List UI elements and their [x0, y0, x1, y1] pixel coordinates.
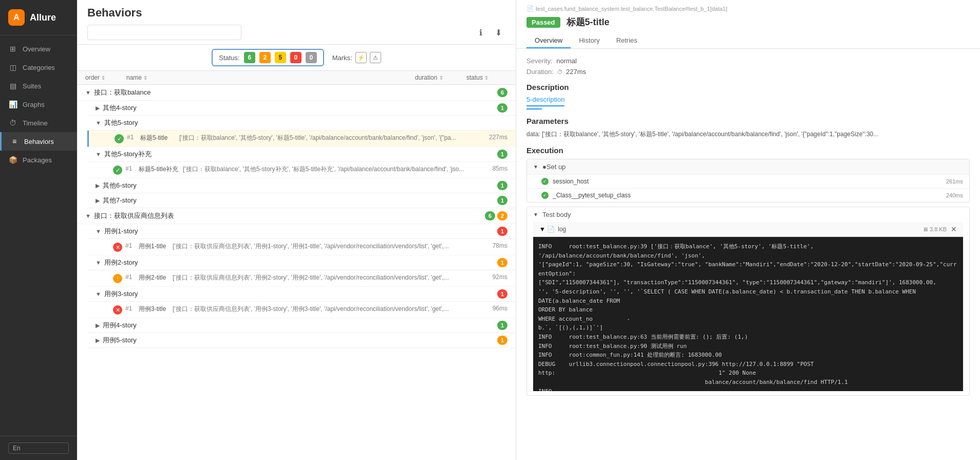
breadcrumb-text: test_cases.fund_balance_system.test_bala…: [536, 6, 727, 12]
order-sort-icon: ⇕: [101, 75, 105, 81]
test-body-toggle-icon: ▼: [533, 212, 538, 217]
test-row-t5[interactable]: ✕ #1 用例3-title ['接口：获取供应商信息列表', '用例3-sto…: [87, 302, 516, 318]
subgroup-case5-header[interactable]: ▶ 用例5-story 1: [87, 333, 516, 348]
broken-badge[interactable]: 2: [259, 52, 271, 63]
sidebar-item-label: Behaviors: [24, 138, 54, 145]
parameters-section-title: Parameters: [526, 117, 970, 125]
muted-mark-icon[interactable]: ⚠: [370, 52, 381, 63]
subgroup-case4-header[interactable]: ▶ 用例4-story 1: [87, 318, 516, 333]
test-duration: 96ms: [477, 305, 507, 312]
group-vendor[interactable]: ▼ 接口：获取供应商信息列表 6 2: [77, 208, 516, 224]
setup-group: ▼ ● Set up session_host 261ms _Class__py…: [526, 159, 970, 203]
sidebar-item-suites[interactable]: ▤ Suites: [0, 77, 77, 95]
status-label: Status:: [219, 54, 239, 62]
graphs-icon: 📊: [8, 100, 17, 108]
sidebar-item-packages[interactable]: 📦 Packages: [0, 151, 77, 169]
subgroup-case2-toggle: ▼: [96, 260, 101, 266]
subgroup-other7-count: 1: [497, 196, 507, 205]
sidebar-item-label: Graphs: [23, 101, 45, 108]
order-header[interactable]: order ⇕: [85, 74, 126, 81]
subgroup-other4-header[interactable]: ▶ 其他4-story 1: [87, 101, 516, 116]
test-desc: ['接口：获取balance', '其他5-story补充', '标题5-tit…: [183, 165, 477, 174]
execution-section-title: Execution: [526, 146, 970, 155]
exec-session-host-time: 261ms: [946, 178, 963, 185]
subgroup-other4-count: 1: [497, 103, 507, 113]
subgroup-other7-header[interactable]: ▶ 其他7-story 1: [87, 193, 516, 208]
flaky-mark-icon[interactable]: ⚡: [355, 52, 367, 63]
subgroup-case3-name: 用例3-story: [104, 289, 497, 299]
subgroup-case5-count: 1: [497, 336, 507, 345]
duration-sort-icon: ⇕: [439, 75, 443, 81]
passed-badge[interactable]: 6: [244, 52, 255, 63]
description-value: 5-description: [526, 96, 564, 106]
sidebar-item-label: Suites: [23, 82, 41, 90]
sidebar-item-label: Overview: [23, 45, 50, 53]
subgroup-case4-count: 1: [497, 321, 507, 330]
subgroup-case1-header[interactable]: ▼ 用例1-story 1: [87, 224, 516, 239]
test-row-t2[interactable]: ✓ #1 标题5-title补充 ['接口：获取balance', '其他5-s…: [87, 162, 516, 178]
info-icon[interactable]: ℹ: [474, 25, 488, 40]
sidebar-logo-text: Allure: [30, 12, 56, 23]
subgroup-case3-header[interactable]: ▼ 用例3-story 1: [87, 287, 516, 302]
test-body-label: Test body: [542, 211, 571, 218]
status-filter-box[interactable]: Status: 6 2 5 0 0: [212, 49, 324, 66]
sidebar-item-overview[interactable]: ⊞ Overview: [0, 40, 77, 58]
behavior-list: ▼ 接口：获取balance 6 ▶ 其他4-story 1 ▼: [77, 85, 516, 460]
exec-row-setup-class: _Class__pytest_setup_class 240ms: [527, 188, 969, 202]
flaky-badge[interactable]: 5: [275, 52, 286, 63]
sidebar-item-graphs[interactable]: 📊 Graphs: [0, 95, 77, 114]
right-header: 📄 test_cases.fund_balance_system.test_ba…: [516, 0, 980, 49]
passed-status-badge: Passed: [526, 17, 560, 28]
test-status-passed-icon: ✓: [113, 165, 122, 175]
timeline-icon: ⏱: [8, 119, 17, 127]
lang-selector[interactable]: En: [8, 443, 69, 454]
categories-icon: ◫: [8, 63, 17, 71]
sidebar-item-timeline[interactable]: ⏱ Timeline: [0, 114, 77, 132]
tab-history[interactable]: History: [571, 33, 608, 48]
group-vendor-count2: 2: [497, 211, 507, 220]
log-close-icon[interactable]: ✕: [951, 225, 957, 233]
subgroup-other6-header[interactable]: ▶ 其他6-story 1: [87, 178, 516, 193]
search-input[interactable]: [87, 25, 241, 40]
subgroup-other7-name: 其他7-story: [103, 196, 497, 205]
tab-retries[interactable]: Retries: [608, 33, 646, 48]
setup-group-header[interactable]: ▼ ● Set up: [527, 159, 969, 174]
tab-overview[interactable]: Overview: [526, 33, 571, 48]
test-body-header[interactable]: ▼ Test body: [527, 207, 969, 222]
right-title-row: Passed 标题5-title: [526, 16, 970, 28]
unknown-badge[interactable]: 0: [306, 52, 317, 63]
subgroup-case2-header[interactable]: ▼ 用例2-story 1: [87, 255, 516, 270]
status-header[interactable]: status ⇕: [466, 74, 507, 81]
test-row-t1[interactable]: ✓ #1 标题5-title ['接口：获取balance', '其他5-sto…: [87, 131, 516, 147]
name-header[interactable]: name ⇕: [126, 74, 415, 81]
test-duration: 78ms: [477, 242, 507, 249]
content-split: Behaviors ℹ ⬇ Status: 6 2 5 0: [77, 0, 980, 460]
test-row-t4[interactable]: ! #1 用例2-title ['接口：获取供应商信息列表', '用例2-sto…: [87, 270, 516, 287]
test-row-t3[interactable]: ✕ #1 用例1-title ['接口：获取供应商信息列表', '用例1-sto…: [87, 239, 516, 255]
exec-passed-icon: [541, 178, 549, 185]
subgroup-case5-toggle: ▶: [96, 337, 100, 344]
subgroup-other7-toggle: ▶: [96, 197, 100, 204]
failed-badge[interactable]: 0: [290, 52, 301, 63]
sidebar-item-categories[interactable]: ◫ Categories: [0, 58, 77, 77]
duration-row: Duration: ⏱ 227ms: [526, 68, 970, 76]
duration-header[interactable]: duration ⇕: [415, 74, 466, 81]
group-balance[interactable]: ▼ 接口：获取balance 6: [77, 85, 516, 101]
subgroup-case3: ▼ 用例3-story 1 ✕ #1 用例3-title ['接口：获取供应商信…: [77, 287, 516, 318]
test-status-failed-icon: ✕: [113, 305, 122, 315]
severity-label: Severity:: [526, 57, 553, 65]
subgroup-case5-name: 用例5-story: [103, 336, 497, 345]
log-content: INFO root:test_balance.py:39 ['接口：获取bala…: [538, 242, 958, 391]
setup-group-name: Set up: [546, 163, 566, 171]
right-tabs: Overview History Retries: [526, 33, 970, 48]
status-bar: Status: 6 2 5 0 0 Marks: ⚡ ⚠: [77, 45, 516, 71]
sidebar-item-behaviors[interactable]: ≡ Behaviors: [0, 132, 77, 151]
download-icon[interactable]: ⬇: [491, 25, 505, 40]
subgroup-other4-name: 其他4-story: [103, 103, 497, 113]
sidebar-item-label: Categories: [23, 64, 55, 71]
subgroup-other5-extra-header[interactable]: ▼ 其他5-story补充 1: [87, 147, 516, 162]
subgroup-other5-header[interactable]: ▼ 其他5-story: [87, 116, 516, 131]
logo-letter: A: [13, 13, 20, 22]
log-size: 🖥 3.8 KB: [922, 226, 947, 232]
test-num: #1: [125, 242, 136, 249]
